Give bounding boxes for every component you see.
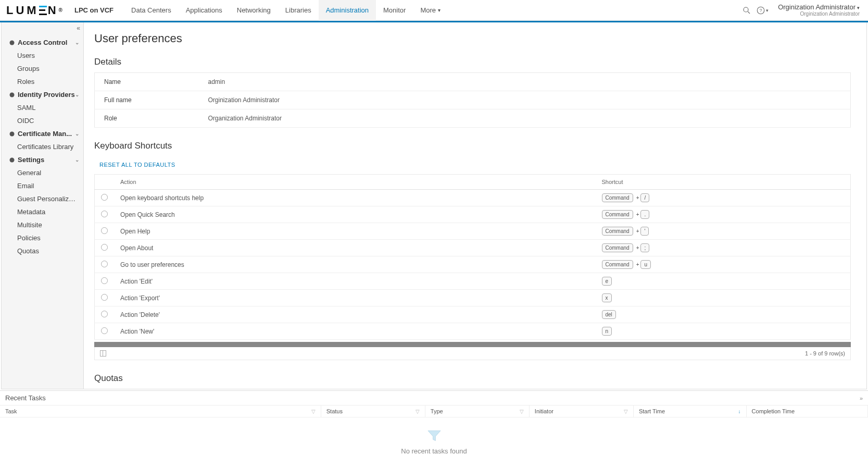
recent-tasks-header: Recent Tasks »	[0, 391, 868, 405]
empty-state-text: No recent tasks found	[401, 447, 467, 455]
expand-recent-icon[interactable]: »	[860, 395, 863, 401]
recent-tasks-title: Recent Tasks	[5, 394, 46, 402]
radio-icon[interactable]	[101, 311, 108, 317]
body: « Access Control⌄UsersGroupsRolesIdentit…	[1, 22, 867, 389]
recent-col-type[interactable]: Type▽	[425, 405, 530, 417]
side-item-quotas[interactable]: Quotas	[2, 244, 83, 257]
shortcut-action: Go to user preferences	[114, 256, 596, 273]
shortcut-row[interactable]: Open keyboard shortcuts helpCommand+/	[95, 190, 851, 206]
shortcut-row[interactable]: Open Quick SearchCommand+.	[95, 206, 851, 223]
radio-icon[interactable]	[101, 194, 108, 201]
recent-col-status[interactable]: Status▽	[321, 405, 425, 417]
details-heading: Details	[94, 57, 851, 67]
nav-applications[interactable]: Applications	[179, 0, 230, 21]
kbd-key: del	[602, 310, 616, 319]
nav-monitor[interactable]: Monitor	[376, 0, 413, 21]
kbd-key: /	[640, 193, 649, 202]
chevron-down-icon: ▾	[766, 8, 769, 13]
row-count-text: 1 - 9 of 9 row(s)	[805, 350, 845, 357]
chevron-down-icon: ▾	[857, 5, 860, 10]
nav-more[interactable]: More▾	[413, 0, 448, 21]
radio-icon[interactable]	[101, 244, 108, 251]
shortcut-row[interactable]: Action 'Export'x	[95, 290, 851, 306]
detail-key: Role	[95, 109, 199, 128]
radio-icon[interactable]	[101, 327, 108, 334]
kbd-key: n	[602, 327, 612, 336]
kbd-key: x	[602, 293, 612, 302]
detail-value: Orginization Administrator	[199, 91, 851, 109]
filter-icon[interactable]: ▽	[520, 409, 524, 414]
recent-col-completion-time[interactable]: Completion Time	[747, 405, 868, 417]
radio-icon[interactable]	[101, 277, 108, 284]
user-line-1: Orginization Administrator	[778, 3, 856, 11]
filter-icon[interactable]: ▽	[624, 409, 628, 414]
detail-value: Organization Administrator	[199, 109, 851, 128]
column-picker-icon[interactable]	[100, 350, 106, 357]
collapse-sidebar-icon[interactable]: «	[77, 24, 80, 32]
shortcut-keys: del	[596, 306, 851, 323]
shortcut-row[interactable]: Open HelpCommand+'	[95, 223, 851, 240]
side-item-metadata[interactable]: Metadata	[2, 205, 83, 218]
radio-icon[interactable]	[101, 261, 108, 267]
radio-icon[interactable]	[101, 211, 108, 217]
kbd-key: Command	[602, 243, 633, 252]
nav-administration[interactable]: Administration	[319, 0, 376, 21]
nav-libraries[interactable]: Libraries	[278, 0, 319, 21]
shortcut-row[interactable]: Open AboutCommand+;	[95, 240, 851, 256]
sort-icon[interactable]: ↓	[738, 409, 741, 414]
side-item-email[interactable]: Email	[2, 179, 83, 192]
side-item-multisite[interactable]: Multisite	[2, 218, 83, 231]
horizontal-scrollbar[interactable]	[94, 342, 851, 347]
side-group-settings[interactable]: Settings⌄	[2, 153, 83, 166]
side-item-oidc[interactable]: OIDC	[2, 114, 83, 127]
side-item-guest-personalization[interactable]: Guest Personalization	[2, 192, 83, 205]
filter-icon[interactable]: ▽	[416, 409, 420, 414]
detail-key: Name	[95, 73, 199, 91]
side-group-identity-providers[interactable]: Identity Providers⌄	[2, 88, 83, 101]
recent-col-start-time[interactable]: Start Time↓	[634, 405, 747, 417]
side-item-certificates-library[interactable]: Certificates Library	[2, 140, 83, 153]
kbd-key: u	[640, 260, 651, 269]
sidebar: « Access Control⌄UsersGroupsRolesIdentit…	[2, 22, 84, 389]
logo-e-icon	[39, 6, 47, 15]
side-group-access-control[interactable]: Access Control⌄	[2, 36, 83, 49]
col-shortcut: Shortcut	[596, 175, 851, 190]
help-icon[interactable]: ? ▾	[754, 3, 770, 18]
shortcut-keys: Command+;	[596, 240, 851, 256]
shortcuts-table: Action Shortcut Open keyboard shortcuts …	[94, 174, 851, 340]
shortcut-row[interactable]: Action 'New'n	[95, 323, 851, 340]
side-item-saml[interactable]: SAML	[2, 101, 83, 114]
radio-icon[interactable]	[101, 227, 108, 234]
shortcut-action: Action 'Export'	[114, 290, 596, 306]
reset-defaults-link[interactable]: RESET ALL TO DEFAULTS	[99, 162, 175, 168]
recent-col-initiator[interactable]: Initiator▽	[530, 405, 634, 417]
nav-data-centers[interactable]: Data Centers	[124, 0, 179, 21]
svg-point-6	[10, 131, 15, 136]
user-menu[interactable]: Orginization Administrator▾ Orginization…	[778, 3, 863, 18]
kbd-key: Command	[602, 210, 633, 219]
shortcut-keys: n	[596, 323, 851, 340]
radio-icon[interactable]	[101, 294, 108, 301]
side-group-certificate-man-[interactable]: Certificate Man...⌄	[2, 127, 83, 140]
shortcut-row[interactable]: Action 'Edit'e	[95, 273, 851, 290]
recent-tasks-columns: Task▽Status▽Type▽Initiator▽Start Time↓Co…	[0, 405, 868, 417]
shortcut-row[interactable]: Go to user preferencesCommand+u	[95, 256, 851, 273]
side-item-general[interactable]: General	[2, 166, 83, 179]
svg-line-1	[748, 11, 750, 14]
shortcut-action: Open Help	[114, 223, 596, 240]
nav-networking[interactable]: Networking	[230, 0, 278, 21]
side-item-roles[interactable]: Roles	[2, 75, 83, 88]
chevron-down-icon: ⌄	[75, 40, 79, 45]
side-item-users[interactable]: Users	[2, 49, 83, 62]
recent-col-task[interactable]: Task▽	[0, 405, 321, 417]
side-item-groups[interactable]: Groups	[2, 62, 83, 75]
side-item-policies[interactable]: Policies	[2, 231, 83, 244]
filter-icon[interactable]: ▽	[311, 409, 316, 414]
col-action: Action	[114, 175, 596, 190]
search-icon[interactable]	[739, 3, 754, 18]
context-label[interactable]: LPC on VCF	[74, 6, 114, 14]
detail-value: admin	[199, 73, 851, 91]
shortcut-row[interactable]: Action 'Delete'del	[95, 306, 851, 323]
kbd-key: Command	[602, 193, 633, 202]
svg-text:?: ?	[760, 8, 762, 13]
